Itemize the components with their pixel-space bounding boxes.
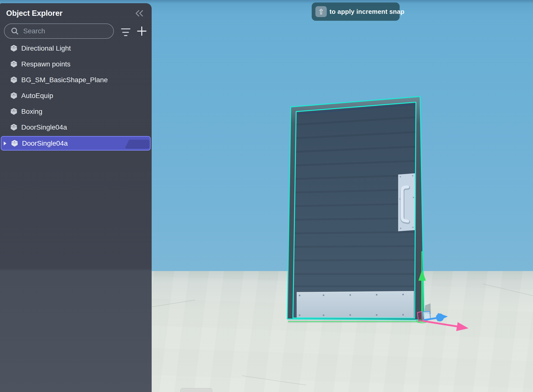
shift-key-icon: ⇧ bbox=[315, 6, 327, 17]
object-row-label: Boxing bbox=[21, 108, 42, 116]
chevrons-left-icon bbox=[135, 10, 144, 17]
row-action-area bbox=[125, 140, 150, 149]
increment-snap-toast: ⇧ to apply increment snap bbox=[312, 2, 400, 21]
search-field[interactable] bbox=[4, 23, 114, 39]
gizmo-x-axis[interactable] bbox=[423, 321, 469, 331]
object-explorer-panel: Object Explorer bbox=[0, 3, 152, 392]
cube-icon bbox=[10, 92, 18, 100]
object-row-label: DoorSingle04a bbox=[22, 139, 68, 147]
door-object[interactable] bbox=[287, 97, 424, 322]
object-row-label: Directional Light bbox=[21, 44, 71, 52]
toast-text: to apply increment snap bbox=[329, 8, 405, 16]
collapse-panel-button[interactable] bbox=[134, 9, 144, 18]
object-row[interactable]: Directional Light bbox=[0, 40, 152, 56]
caret-right-icon[interactable] bbox=[4, 141, 6, 145]
object-row-label: BG_SM_BasicShape_Plane bbox=[21, 76, 108, 84]
search-icon bbox=[11, 27, 19, 35]
object-row[interactable]: DoorSingle04a bbox=[0, 119, 152, 135]
object-row-label: AutoEquip bbox=[21, 92, 53, 100]
cube-icon bbox=[10, 76, 18, 84]
editor-window: ⇧ to apply increment snap Object Explore… bbox=[0, 0, 533, 392]
door-handle bbox=[398, 173, 415, 231]
object-row[interactable]: AutoEquip bbox=[0, 88, 152, 104]
cube-icon bbox=[10, 44, 18, 52]
panel-header: Object Explorer bbox=[0, 3, 152, 22]
object-row-label: DoorSingle04a bbox=[21, 123, 67, 131]
search-input[interactable] bbox=[23, 27, 109, 35]
search-toolbar bbox=[4, 23, 148, 39]
object-row[interactable]: Boxing bbox=[0, 104, 152, 119]
door-kick-plate bbox=[297, 291, 414, 318]
filter-lines-icon bbox=[120, 26, 131, 37]
bottom-tooltip-remnant bbox=[180, 388, 212, 392]
object-row-selected[interactable]: DoorSingle04a bbox=[1, 136, 151, 151]
object-row-label: Respawn points bbox=[21, 60, 70, 68]
cube-icon bbox=[10, 123, 18, 131]
filter-button[interactable] bbox=[119, 25, 132, 38]
transform-gizmo bbox=[417, 251, 469, 331]
add-object-button[interactable] bbox=[136, 25, 148, 37]
object-row[interactable]: Respawn points bbox=[0, 56, 152, 72]
cube-icon bbox=[10, 108, 18, 116]
plus-icon bbox=[137, 26, 147, 36]
object-list: Directional Light Respawn points BG_SM_B… bbox=[0, 40, 152, 151]
panel-title: Object Explorer bbox=[6, 9, 62, 18]
object-row[interactable]: BG_SM_BasicShape_Plane bbox=[0, 72, 152, 88]
cube-icon bbox=[11, 139, 19, 147]
cube-icon bbox=[10, 60, 18, 68]
